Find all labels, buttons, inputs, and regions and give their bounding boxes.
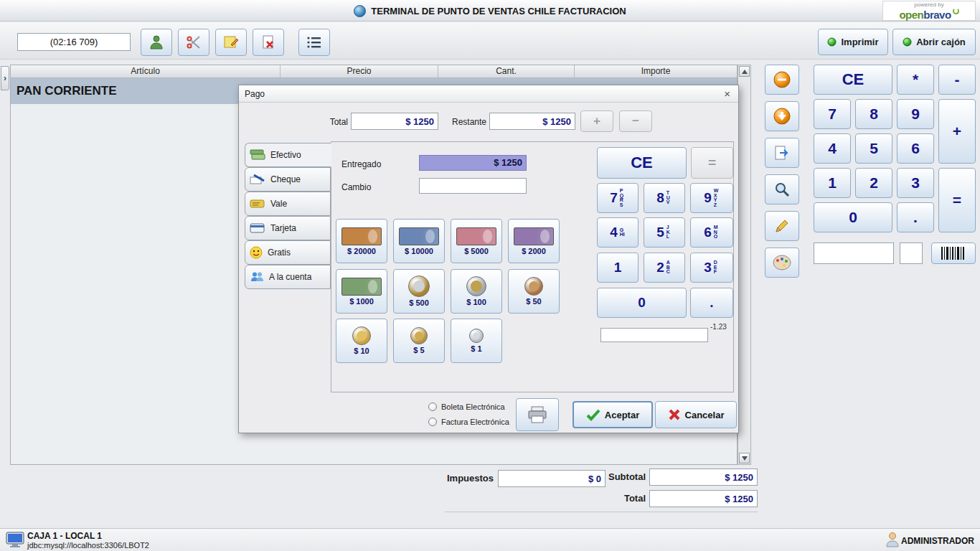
cash-20000-button[interactable]: $ 20000 xyxy=(336,219,387,263)
key-plus[interactable]: + xyxy=(938,99,976,164)
cancelar-button[interactable]: Cancelar xyxy=(655,401,737,428)
smiley-icon xyxy=(250,246,263,259)
dialog-key-dot[interactable]: . xyxy=(690,288,733,318)
pos-window: TERMINAL DE PUNTO DE VENTAS CHILE FACTUR… xyxy=(0,0,980,551)
delete-line-button[interactable] xyxy=(765,65,799,95)
delete-document-button[interactable] xyxy=(253,29,284,56)
scroll-down-button[interactable] xyxy=(739,453,750,463)
add-payment-button[interactable]: + xyxy=(580,110,613,132)
barcode-button[interactable] xyxy=(931,242,976,264)
key-dot[interactable]: . xyxy=(897,202,934,232)
keypad-entry-input[interactable] xyxy=(814,242,894,264)
scroll-up-button[interactable] xyxy=(739,66,750,77)
cash-5000-button[interactable]: $ 5000 xyxy=(451,219,502,263)
key-6[interactable]: 6 xyxy=(897,133,934,164)
key-9[interactable]: 9 xyxy=(897,99,934,129)
edit-button[interactable] xyxy=(765,211,799,241)
column-header-importe[interactable]: Importe xyxy=(575,65,737,77)
cash-100-button[interactable]: $ 100 xyxy=(451,269,502,314)
cash-5-button[interactable]: $ 5 xyxy=(393,319,445,363)
key-minus[interactable]: - xyxy=(938,65,976,95)
green-status-icon xyxy=(827,37,837,47)
cash-10000-button[interactable]: $ 10000 xyxy=(393,219,445,263)
tab-a-la-cuenta[interactable]: A la cuenta xyxy=(245,265,331,289)
key-equals[interactable]: = xyxy=(938,168,976,232)
key-star[interactable]: * xyxy=(897,65,934,95)
column-header-articulo[interactable]: Artículo xyxy=(11,65,281,77)
list-button[interactable] xyxy=(298,29,330,56)
move-down-button[interactable] xyxy=(765,101,799,131)
print-receipt-button[interactable] xyxy=(516,398,559,431)
cash-500-button[interactable]: $ 500 xyxy=(393,269,445,314)
dialog-key-9[interactable]: 9WXYZ xyxy=(690,183,733,213)
key-1[interactable]: 1 xyxy=(814,168,851,198)
key-5[interactable]: 5 xyxy=(855,133,892,164)
coin-center xyxy=(529,281,539,291)
arrow-up-icon xyxy=(742,70,748,74)
cash-50-button[interactable]: $ 50 xyxy=(508,269,560,314)
entregado-field[interactable] xyxy=(419,155,527,171)
keypad-aux-field[interactable] xyxy=(900,242,923,264)
powered-by-text: powered by xyxy=(914,2,943,8)
key-8[interactable]: 8 xyxy=(855,99,892,129)
radio-circle-icon xyxy=(428,418,437,426)
boleta-radio[interactable]: Boleta Electrónica xyxy=(428,402,505,411)
user-avatar-icon xyxy=(885,532,900,547)
sidebar-expander-button[interactable]: › xyxy=(1,66,9,90)
remove-payment-button[interactable]: − xyxy=(619,110,652,132)
column-header-precio[interactable]: Precio xyxy=(281,65,438,77)
totals-divider xyxy=(445,512,758,512)
dialog-key-0[interactable]: 0 xyxy=(597,288,687,318)
factura-radio[interactable]: Factura Electrónica xyxy=(428,418,509,426)
dialog-key-7[interactable]: 7PQRS xyxy=(597,183,639,213)
dialog-key-equals[interactable]: = xyxy=(691,147,733,179)
cambio-field[interactable] xyxy=(419,178,527,194)
key-3[interactable]: 3 xyxy=(897,168,934,198)
cash-1000-button[interactable]: $ 1000 xyxy=(336,269,387,314)
cash-1-button[interactable]: $ 1 xyxy=(451,319,502,363)
aceptar-button[interactable]: Aceptar xyxy=(573,401,653,428)
split-receipt-button[interactable] xyxy=(765,138,799,168)
dialog-title: Pago xyxy=(245,89,265,99)
radio-circle-icon xyxy=(428,402,437,411)
pencil-icon xyxy=(773,217,791,235)
coin-center xyxy=(413,281,425,292)
key-4[interactable]: 4 xyxy=(814,133,851,164)
tab-vale[interactable]: Vale xyxy=(245,192,331,216)
coin-500-image xyxy=(408,276,430,297)
abrir-cajon-button[interactable]: Abrir cajón xyxy=(892,29,976,55)
dialog-key-3[interactable]: 3DEF xyxy=(690,253,733,283)
key-0[interactable]: 0 xyxy=(814,202,892,232)
close-icon[interactable]: × xyxy=(722,88,732,99)
table-scrollbar[interactable] xyxy=(738,65,751,465)
scissors-button[interactable] xyxy=(178,29,209,56)
cash-10-button[interactable]: $ 10 xyxy=(336,319,387,363)
customer-button[interactable] xyxy=(141,29,172,56)
tab-gratis[interactable]: Gratis xyxy=(245,240,331,265)
edit-note-button[interactable] xyxy=(215,29,247,56)
impuestos-label: Impuestos xyxy=(416,473,494,484)
column-header-cant[interactable]: Cant. xyxy=(438,65,575,77)
dialog-key-2[interactable]: 2ABC xyxy=(644,253,685,283)
tab-cheque[interactable]: Cheque xyxy=(245,167,331,192)
tab-efectivo[interactable]: Efectivo xyxy=(245,143,331,167)
palette-icon xyxy=(773,255,791,270)
key-2[interactable]: 2 xyxy=(855,168,892,198)
dialog-key-1[interactable]: 1 xyxy=(597,253,639,283)
imprimir-button[interactable]: Imprimir xyxy=(818,29,888,55)
cash-2000-button[interactable]: $ 2000 xyxy=(508,219,560,263)
list-icon xyxy=(306,36,322,49)
search-button[interactable] xyxy=(765,174,799,204)
dialog-key-6[interactable]: 6MNO xyxy=(690,217,733,248)
key-7[interactable]: 7 xyxy=(814,99,851,129)
dialog-key-ce[interactable]: CE xyxy=(597,147,687,179)
dialog-key-5[interactable]: 5JKL xyxy=(644,217,685,248)
payment-entry-input[interactable] xyxy=(600,328,708,342)
tab-tarjeta[interactable]: Tarjeta xyxy=(245,216,331,240)
dialog-key-8[interactable]: 8TUV xyxy=(644,183,685,213)
attributes-button[interactable] xyxy=(765,248,799,278)
dialog-key-4[interactable]: 4GHI xyxy=(597,217,639,248)
banknote-10000-image xyxy=(399,227,439,245)
dialog-total-label: Total xyxy=(282,117,348,127)
key-ce[interactable]: CE xyxy=(814,65,892,95)
